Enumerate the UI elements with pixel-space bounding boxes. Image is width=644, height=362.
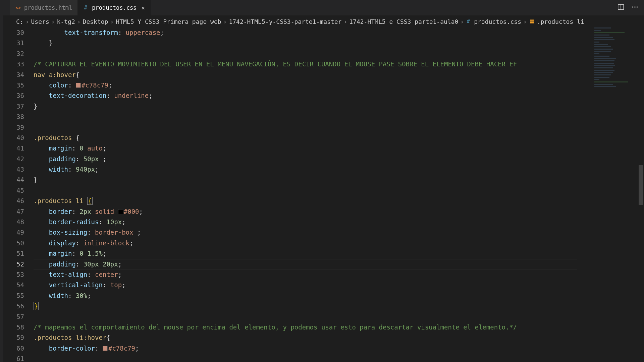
- code-line[interactable]: .productos li {: [34, 196, 644, 206]
- svg-point-6: [637, 6, 638, 8]
- code-line[interactable]: display: inline-block;: [34, 238, 644, 248]
- breadcrumb-part[interactable]: C:: [16, 18, 23, 25]
- line-number: 37: [0, 101, 24, 112]
- breadcrumb-part[interactable]: HTML5 Y CSS3_Primera_page_web: [116, 18, 221, 25]
- code-line[interactable]: /* CAPTURAR EL EVENTO MOVIMIENTO DEL USE…: [34, 59, 644, 69]
- chevron-right-icon: ›: [25, 18, 29, 25]
- css-file-icon: #: [83, 5, 89, 11]
- line-number: 59: [0, 333, 24, 343]
- line-number: 47: [0, 206, 24, 217]
- tab-label: productos.html: [24, 4, 72, 11]
- code-line[interactable]: width: 940px;: [34, 164, 644, 175]
- code-line[interactable]: border-color: #c78c79;: [34, 343, 644, 354]
- code-line[interactable]: border-radius: 10px;: [34, 217, 644, 227]
- line-number: 57: [0, 312, 24, 322]
- code-line[interactable]: box-sizing: border-box ;: [34, 227, 644, 238]
- svg-text:#: #: [467, 18, 470, 24]
- code-line[interactable]: }: [34, 175, 644, 185]
- current-line-highlight: [34, 259, 577, 269]
- line-number: 50: [0, 238, 24, 248]
- line-number: 55: [0, 291, 24, 301]
- breadcrumb-part[interactable]: 1742-HTML5-y-CSS3-parte1-master: [229, 18, 341, 25]
- code-line[interactable]: vertical-align: top;: [34, 280, 644, 290]
- line-number: 46: [0, 196, 24, 206]
- line-number: 45: [0, 185, 24, 196]
- code-line[interactable]: [34, 49, 644, 59]
- code-line[interactable]: width: 30%;: [34, 291, 644, 301]
- breadcrumb-symbol[interactable]: .productos li: [537, 18, 584, 25]
- color-swatch-icon[interactable]: [118, 209, 123, 214]
- symbol-icon: [529, 18, 535, 24]
- code-line[interactable]: text-transform: uppercase;: [34, 27, 644, 38]
- svg-text:#: #: [84, 5, 88, 11]
- line-number: 52: [0, 259, 24, 269]
- split-editor-icon[interactable]: [617, 3, 625, 12]
- breadcrumb-part[interactable]: Users: [31, 18, 49, 25]
- breadcrumb-part[interactable]: k-tg2: [57, 18, 75, 25]
- editor[interactable]: 3031323334353637383940414243444546474849…: [0, 27, 644, 362]
- code-line[interactable]: [34, 112, 644, 122]
- line-number: 31: [0, 38, 24, 48]
- breadcrumb-file[interactable]: productos.css: [474, 18, 521, 25]
- code-line[interactable]: border: 2px solid #000;: [34, 206, 644, 217]
- more-actions-icon[interactable]: [631, 3, 639, 12]
- tab-productos-css[interactable]: # productos.css ×: [78, 0, 151, 15]
- color-swatch-icon[interactable]: [103, 346, 108, 351]
- line-number: 51: [0, 248, 24, 259]
- matched-bracket: }: [34, 302, 39, 310]
- line-number: 54: [0, 280, 24, 290]
- css-file-icon: #: [466, 18, 472, 24]
- line-number: 41: [0, 143, 24, 154]
- code-line[interactable]: padding: 50px ;: [34, 154, 644, 164]
- code-line[interactable]: [34, 185, 644, 196]
- code-line[interactable]: /* mapeamos el comportamiento del mouse …: [34, 322, 644, 333]
- code-line[interactable]: [34, 312, 644, 322]
- svg-point-4: [632, 6, 634, 8]
- tab-productos-html[interactable]: <> productos.html: [10, 0, 78, 15]
- breadcrumb-part[interactable]: 1742-HTML5 e CSS3 parte1-aula0: [349, 18, 458, 25]
- code-line[interactable]: margin: 0 auto;: [34, 143, 644, 154]
- line-number: 56: [0, 301, 24, 311]
- code-area[interactable]: text-transform: uppercase; }/* CAPTURAR …: [34, 27, 644, 362]
- scrollbar-thumb[interactable]: [639, 165, 643, 205]
- code-line[interactable]: nav a:hover{: [34, 70, 644, 80]
- line-number: 38: [0, 112, 24, 122]
- chevron-right-icon: ›: [77, 18, 81, 25]
- line-number: 53: [0, 269, 24, 280]
- line-number: 48: [0, 217, 24, 227]
- line-number: 42: [0, 154, 24, 164]
- breadcrumb-part[interactable]: Desktop: [83, 18, 108, 25]
- close-icon[interactable]: ×: [141, 4, 145, 11]
- breadcrumb[interactable]: C:› Users› k-tg2› Desktop› HTML5 Y CSS3_…: [0, 15, 644, 27]
- minimap[interactable]: [594, 27, 635, 121]
- tab-label: productos.css: [92, 4, 137, 11]
- code-line[interactable]: [34, 354, 644, 362]
- chevron-right-icon: ›: [51, 18, 55, 25]
- line-number: 43: [0, 164, 24, 175]
- line-number: 61: [0, 354, 24, 362]
- line-number: 58: [0, 322, 24, 333]
- line-number: 40: [0, 133, 24, 143]
- code-line[interactable]: margin: 0 1.5%;: [34, 248, 644, 259]
- code-line[interactable]: .productos li:hover{: [34, 333, 644, 343]
- code-line[interactable]: [34, 122, 644, 133]
- matched-bracket: {: [87, 197, 92, 205]
- line-number: 36: [0, 90, 24, 101]
- code-line[interactable]: text-align: center;: [34, 269, 644, 280]
- vertical-scrollbar[interactable]: [638, 27, 644, 362]
- chevron-right-icon: ›: [523, 18, 527, 25]
- code-line[interactable]: color: #c78c79;: [34, 80, 644, 90]
- code-line[interactable]: }: [34, 301, 644, 311]
- tab-bar: <> productos.html # productos.css ×: [0, 0, 644, 15]
- code-line[interactable]: }: [34, 38, 644, 48]
- line-number: 33: [0, 59, 24, 69]
- line-number: 60: [0, 343, 24, 354]
- chevron-right-icon: ›: [343, 18, 347, 25]
- code-line[interactable]: }: [34, 101, 644, 112]
- line-number: 34: [0, 70, 24, 80]
- color-swatch-icon[interactable]: [76, 83, 81, 88]
- code-line[interactable]: text-decoration: underline;: [34, 90, 644, 101]
- chevron-right-icon: ›: [223, 18, 227, 25]
- chevron-right-icon: ›: [460, 18, 464, 25]
- code-line[interactable]: .productos {: [34, 133, 644, 143]
